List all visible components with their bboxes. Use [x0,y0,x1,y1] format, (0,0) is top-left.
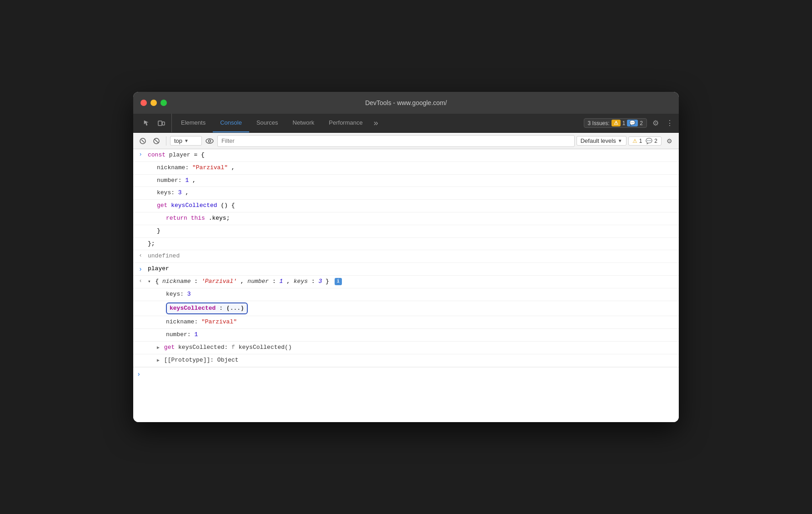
close-button[interactable] [140,100,147,106]
svg-point-6 [206,139,213,143]
console-line-prototype: ▶ [[Prototype]]: Object [133,354,679,367]
svg-line-5 [155,139,159,143]
devtools-window: DevTools - www.google.com/ Elements Cons… [133,92,679,422]
title-bar: DevTools - www.google.com/ [133,92,679,114]
undefined-output: undefined [148,252,180,259]
issues-warn-icon: ⚠ [632,138,637,144]
warn-number: 1 [622,120,626,126]
console-line-nickname: nickname: "Parzival" , [133,162,679,175]
console-line-nickname-prop: nickname: "Parzival" [133,316,679,329]
settings-button[interactable]: ⚙ [651,117,661,129]
traffic-lights [140,100,167,106]
tab-sources[interactable]: Sources [249,114,286,132]
issues-badge[interactable]: 3 Issues: ⚠ 1 💬 2 [584,118,647,128]
clear-console-button[interactable] [137,135,149,147]
console-line-close-brace: } [133,225,679,238]
svg-point-7 [209,140,211,142]
block-icon-button[interactable] [150,135,162,147]
prototype-expand-arrow[interactable]: ▶ [157,358,160,363]
tab-console[interactable]: Console [213,114,249,132]
tab-right-icons: 3 Issues: ⚠ 1 💬 2 ⚙ ⋮ [584,114,675,132]
info-icon[interactable]: i [335,278,342,285]
console-line-return: return this .keys; [133,212,679,225]
context-selector[interactable]: top ▼ [170,136,202,146]
console-line-keys: keys: 3 , [133,187,679,200]
console-line-number-prop: number: 1 [133,329,679,342]
issues-label: 3 Issues: [588,120,610,126]
console-line-number: number: 1 , [133,175,679,187]
console-line-input: › const player = { [133,149,679,162]
tab-bar: Elements Console Sources Network Perform… [133,114,679,133]
console-line-undefined: ‹ undefined [133,250,679,263]
console-line-getter-prop: ▶ get keysCollected: f keysCollected() [133,342,679,354]
getter-expand-arrow[interactable]: ▶ [157,345,160,350]
collapse-arrow[interactable]: ▾ [148,279,151,284]
line-content-input: const player = { [148,150,675,161]
window-title: DevTools - www.google.com/ [365,99,447,106]
console-toolbar: top ▼ Default levels ▼ ⚠ 1 💬 2 ⚙ [133,133,679,149]
svg-rect-0 [158,121,162,126]
levels-selector[interactable]: Default levels ▼ [576,136,627,146]
more-tabs-button[interactable]: » [370,114,382,132]
console-settings-button[interactable]: ⚙ [663,135,675,147]
svg-line-3 [141,140,144,142]
console-line-keys-prop: keys: 3 [133,288,679,301]
keys-collected-highlight: keysCollected : (...) [166,302,248,315]
console-line-player-input: › player [133,263,679,276]
filter-input[interactable] [217,135,575,147]
inspect-element-button[interactable] [140,117,153,130]
toolbar-divider-1 [166,136,166,146]
console-prompt: › [133,367,679,381]
prompt-chevron: › [137,369,140,379]
console-line-end-obj: }; [133,238,679,251]
context-label: top [174,137,182,144]
warn-count: ⚠ [612,120,621,126]
console-line-keys-collected: keysCollected : (...) [133,301,679,317]
console-output: › const player = { nickname: "Parzival" … [133,149,679,422]
maximize-button[interactable] [160,100,167,106]
minimize-button[interactable] [150,100,157,106]
info-badge: 💬 [627,120,638,126]
player-input: player [148,265,169,272]
tab-network[interactable]: Network [286,114,322,132]
levels-label: Default levels [581,137,616,144]
svg-rect-1 [162,122,165,125]
console-line-player-output: ‹ ▾ { nickname : 'Parzival' , number : 1… [133,276,679,288]
console-input[interactable] [144,371,675,378]
device-toolbar-button[interactable] [155,117,168,130]
levels-arrow: ▼ [618,138,622,143]
more-options-button[interactable]: ⋮ [664,117,675,129]
issues-info-icon: 💬 [646,138,652,144]
keyword-const: const [148,151,165,158]
tab-left-icons [137,114,172,132]
eye-button[interactable] [204,135,216,147]
console-line-getter: get keysCollected () { [133,200,679,212]
output-arrow-left: ‹ [133,251,148,260]
tab-elements[interactable]: Elements [174,114,213,132]
context-dropdown-arrow: ▼ [184,138,189,143]
expand-arrow-input[interactable]: › [133,150,148,159]
issues-toolbar-btn[interactable]: ⚠ 1 💬 2 [628,136,662,146]
info-number: 2 [640,120,643,126]
tab-performance[interactable]: Performance [321,114,370,132]
